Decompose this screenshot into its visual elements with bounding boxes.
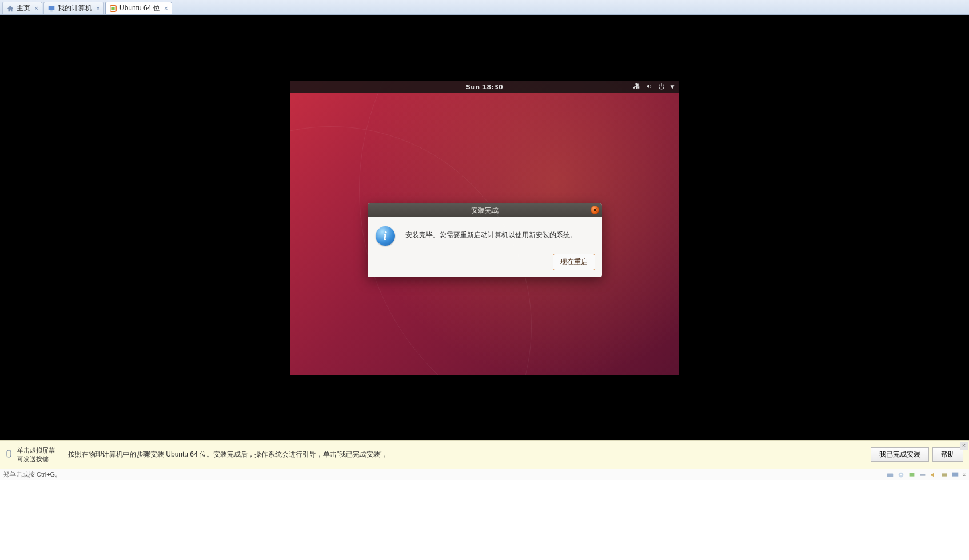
power-icon[interactable]	[658, 83, 665, 91]
tab-home[interactable]: 主页 ×	[2, 2, 42, 14]
dialog-title-bar: 安装完成	[368, 203, 602, 217]
ubuntu-desktop: Sun 18:30 ▼ 安装完成	[290, 81, 679, 375]
display-icon[interactable]	[951, 471, 959, 479]
status-text: 郑单击或按 Ctrl+G。	[3, 470, 61, 479]
home-icon	[6, 5, 14, 13]
dialog-title: 安装完成	[471, 206, 499, 215]
chevron-icon[interactable]: «	[962, 471, 966, 478]
svg-rect-3	[111, 7, 114, 10]
tab-label: 主页	[17, 3, 30, 13]
svg-rect-13	[920, 474, 926, 476]
svg-point-11	[900, 474, 902, 475]
info-icon: i	[376, 226, 395, 246]
network-adapter-icon[interactable]	[908, 471, 916, 479]
svg-rect-15	[952, 472, 959, 476]
ubuntu-clock: Sun 18:30	[466, 84, 503, 90]
close-icon[interactable]: ×	[96, 5, 100, 12]
status-tray: «	[886, 471, 966, 479]
close-icon[interactable]	[591, 206, 599, 214]
close-icon[interactable]: ×	[164, 5, 168, 12]
mouse-icon	[5, 449, 14, 460]
vm-icon	[109, 5, 117, 13]
install-complete-dialog: 安装完成 i 安装完毕。您需要重新启动计算机以使用新安装的系统。 现在重启	[368, 203, 602, 277]
monitor-icon	[47, 5, 55, 13]
cd-icon[interactable]	[897, 471, 905, 479]
disk-icon[interactable]	[886, 471, 894, 479]
help-button[interactable]: 帮助	[932, 447, 963, 462]
install-instruction-text: 按照在物理计算机中的步骤安装 Ubuntu 64 位。安装完成后，操作系统会进行…	[68, 450, 390, 459]
tab-label: Ubuntu 64 位	[119, 3, 160, 13]
hint-left-line1: 单击虚拟屏幕	[17, 446, 55, 454]
tab-my-computer[interactable]: 我的计算机 ×	[43, 2, 104, 14]
divider	[63, 445, 63, 465]
svg-rect-5	[633, 87, 635, 89]
close-icon[interactable]: ×	[960, 442, 968, 450]
chevron-down-icon[interactable]: ▼	[671, 85, 675, 90]
dialog-message: 安装完毕。您需要重新启动计算机以使用新安装的系统。	[405, 226, 577, 240]
close-icon[interactable]: ×	[34, 5, 38, 12]
svg-rect-6	[637, 87, 639, 89]
usb-icon[interactable]	[919, 471, 927, 479]
svg-rect-14	[942, 473, 947, 476]
tab-label: 我的计算机	[58, 3, 92, 13]
vm-display-area[interactable]: Sun 18:30 ▼ 安装完成	[0, 15, 969, 440]
install-done-button[interactable]: 我已完成安装	[871, 447, 929, 462]
restart-now-button[interactable]: 现在重启	[553, 254, 595, 270]
ubuntu-system-tray[interactable]: ▼	[633, 81, 675, 93]
svg-rect-1	[50, 10, 53, 11]
hint-left-line2: 可发送按键	[17, 455, 55, 463]
network-icon[interactable]	[633, 83, 640, 91]
svg-rect-4	[635, 83, 637, 85]
printer-icon[interactable]	[940, 471, 948, 479]
svg-rect-0	[49, 6, 55, 10]
volume-icon[interactable]	[645, 83, 652, 91]
tab-ubuntu-64[interactable]: Ubuntu 64 位 ×	[105, 2, 172, 14]
vmware-hint-bar: 单击虚拟屏幕 可发送按键 按照在物理计算机中的步骤安装 Ubuntu 64 位。…	[0, 440, 969, 469]
sound-icon[interactable]	[930, 471, 938, 479]
vmware-status-bar: 郑单击或按 Ctrl+G。 «	[0, 469, 969, 480]
svg-rect-9	[887, 473, 894, 477]
vmware-tab-bar: 主页 × 我的计算机 × Ubuntu 64 位 ×	[0, 0, 969, 15]
ubuntu-top-bar: Sun 18:30 ▼	[290, 81, 679, 93]
svg-rect-12	[910, 473, 915, 476]
